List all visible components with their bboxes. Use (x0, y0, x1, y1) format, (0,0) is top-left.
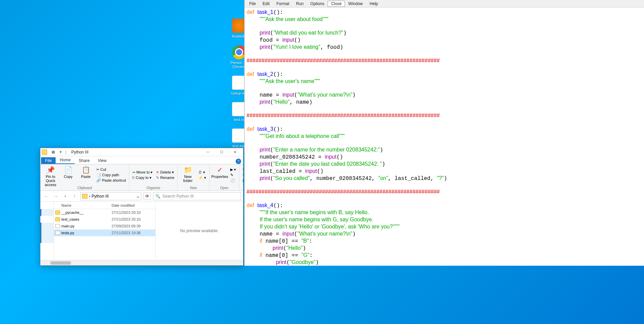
quick-access-toolbar: ▦ ▾ (50, 149, 64, 156)
rename-button[interactable]: ✎Rename (155, 175, 175, 180)
delete-icon: ✕ (156, 170, 159, 175)
move-to-button[interactable]: ➡Move to ▾ (131, 170, 154, 175)
address-bar: ← → ▾ ↑ › Python III ⌄ ⟳ 🔍 Search Python… (40, 191, 243, 202)
tab-file[interactable]: File (41, 157, 56, 164)
copy-icon: 📄 (64, 166, 73, 174)
file-row[interactable]: main.py27/09/2023 09:39 (54, 223, 155, 229)
forward-button[interactable]: → (52, 193, 59, 200)
preview-pane: No preview available. (156, 202, 243, 260)
open-button[interactable]: ▶▾ (229, 167, 237, 172)
address-path[interactable]: › Python III ⌄ (80, 192, 141, 200)
paste-shortcut-button[interactable]: 🔗Paste shortcut (95, 178, 127, 183)
folder-icon (42, 149, 47, 155)
menu-run[interactable]: Run (293, 1, 307, 7)
newfolder-icon: 📁 (184, 166, 192, 174)
rename-icon: ✎ (156, 176, 159, 180)
menu-options[interactable]: Options (307, 1, 328, 7)
paste-icon: 📋 (82, 166, 90, 174)
up-button[interactable]: ↑ (71, 193, 78, 200)
qat-new-icon[interactable]: ▾ (57, 149, 64, 156)
tab-home[interactable]: Home (56, 157, 75, 164)
paste-button[interactable]: 📋Paste (78, 165, 94, 179)
refresh-button[interactable]: ⟳ (143, 193, 151, 200)
menu-help[interactable]: Help (366, 1, 382, 7)
menu-format[interactable]: Format (273, 1, 293, 7)
properties-button[interactable]: ✓Properties (212, 165, 228, 179)
window-title: Python III (71, 150, 89, 155)
search-icon: 🔍 (155, 194, 160, 199)
ribbon: 📌Pin to Quick access 📄Copy 📋Paste ✂Cut 📑… (40, 164, 243, 191)
easy-access-button[interactable]: ⚡▾ (197, 175, 207, 180)
pin-quick-access-button[interactable]: 📌Pin to Quick access (42, 165, 59, 187)
new-item-button[interactable]: 🗋▾ (197, 170, 207, 175)
folder-icon (55, 210, 60, 215)
idle-menubar: FileEditFormatRunOptionsCloseWindowHelp (245, 0, 644, 7)
folder-icon (55, 217, 60, 221)
copy-button[interactable]: 📄Copy (60, 165, 76, 179)
close-button[interactable]: ✕ (228, 148, 242, 156)
minimize-button[interactable]: ─ (201, 148, 215, 156)
cut-button[interactable]: ✂Cut (95, 167, 127, 172)
copyto-icon: ⎘ (132, 176, 135, 180)
code-editor[interactable]: def task_1(): """Ask the user about food… (245, 7, 644, 266)
column-headers[interactable]: Name Date modified (54, 202, 155, 209)
delete-button[interactable]: ✕Delete ▾ (155, 170, 175, 175)
folder-icon (82, 194, 87, 199)
menu-window[interactable]: Window (345, 1, 366, 7)
copy-path-button[interactable]: 📑Copy path (95, 173, 127, 178)
qat-props-icon[interactable]: ▦ (50, 149, 57, 156)
idle-window: FileEditFormatRunOptionsCloseWindowHelp … (244, 0, 644, 266)
edit-button[interactable]: ✎ (229, 173, 237, 178)
menu-file[interactable]: File (246, 1, 259, 7)
recent-button[interactable]: ▾ (61, 193, 69, 200)
cut-icon: ✂ (96, 167, 99, 172)
explorer-window: ▦ ▾ | Python III ─ ☐ ✕ File Home Share V… (40, 148, 243, 266)
chevron-down-icon[interactable]: ⌄ (136, 194, 140, 199)
tab-view[interactable]: View (94, 157, 111, 164)
file-list: Name Date modified __pycache__27/11/2023… (54, 202, 156, 260)
tab-share[interactable]: Share (75, 157, 94, 164)
file-row[interactable]: tests.py27/11/2023 19:36 (54, 229, 155, 236)
history-button[interactable]: 🕘 (229, 178, 237, 183)
properties-icon: ✓ (217, 166, 223, 174)
horizontal-scrollbar[interactable] (40, 260, 243, 265)
file-row[interactable]: test_cases27/11/2023 20:10 (54, 216, 155, 223)
copypath-icon: 📑 (96, 173, 101, 177)
new-folder-button[interactable]: 📁New folder (180, 165, 196, 183)
file-icon (55, 231, 60, 235)
file-icon (55, 224, 60, 228)
file-row[interactable]: __pycache__27/11/2023 20:10 (54, 209, 155, 216)
back-button[interactable]: ← (42, 193, 50, 200)
copy-to-button[interactable]: ⎘Copy to ▾ (131, 175, 154, 180)
explorer-titlebar[interactable]: ▦ ▾ | Python III ─ ☐ ✕ (40, 148, 243, 156)
ribbon-tabs: File Home Share View ? (40, 156, 243, 164)
menu-close[interactable]: Close (328, 1, 345, 7)
help-icon[interactable]: ? (236, 159, 241, 164)
menu-edit[interactable]: Edit (259, 1, 273, 7)
shortcut-icon: 🔗 (96, 178, 101, 183)
pin-icon: 📌 (46, 166, 55, 174)
maximize-button[interactable]: ☐ (215, 148, 228, 156)
moveto-icon: ➡ (132, 170, 135, 175)
nav-pane[interactable] (40, 202, 54, 260)
search-input[interactable]: 🔍 Search Python III (153, 192, 241, 200)
